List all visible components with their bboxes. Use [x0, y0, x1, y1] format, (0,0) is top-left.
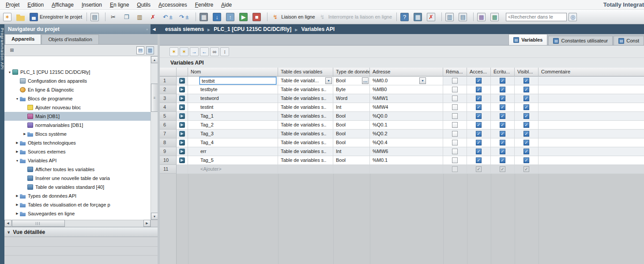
column-header-nom[interactable]: Nom — [188, 68, 278, 77]
navigator-tab[interactable]: Appareils — [5, 34, 41, 44]
type-cell[interactable]: … — [333, 165, 370, 174]
ecritu-checkbox[interactable] — [500, 122, 505, 128]
table-row[interactable]: 2 testbyte Table de variables s..▼ Byte…… — [160, 85, 644, 94]
cut-icon[interactable]: ✂ — [109, 12, 121, 22]
copy-icon[interactable]: ❐ — [122, 12, 134, 22]
breadcrumb-item[interactable]: essais siemens — [165, 26, 214, 32]
go-online-button[interactable]: ↯ Liaison en ligne — [271, 12, 316, 22]
horizontal-scrollbar-thumb[interactable] — [12, 220, 65, 227]
import-icon[interactable]: ← — [200, 47, 209, 56]
save-project-button[interactable]: Enregistrer le projet — [29, 12, 83, 22]
rema-checkbox[interactable] — [452, 149, 458, 154]
type-cell[interactable]: Bool… — [333, 156, 370, 165]
scroll-right-icon[interactable]: ▶ — [143, 220, 151, 227]
tree-filter-icon[interactable]: ⊞ — [8, 46, 16, 54]
acces-checkbox[interactable] — [476, 140, 482, 145]
name-cell[interactable]: testbyte — [188, 85, 278, 94]
menu-item[interactable]: Outils — [133, 1, 154, 9]
address-cell[interactable]: %MW1▼ — [370, 94, 443, 103]
name-cell[interactable]: Tag_4 — [188, 138, 278, 147]
separator[interactable] — [396, 12, 397, 21]
show-all-windows-icon[interactable]: ▩ — [490, 12, 502, 22]
address-cell[interactable]: %Q0.0▼ — [370, 112, 443, 121]
column-header-commentaire[interactable]: Commentaire — [539, 68, 644, 77]
table-cell[interactable]: Table de variables s..▼ — [278, 103, 333, 112]
table-cell[interactable]: Table de variables s..▼ — [278, 121, 333, 130]
search-project-icon[interactable]: ◎ — [568, 12, 577, 22]
tree-horizontal-scrollbar[interactable]: ◀ ▶ — [4, 220, 151, 227]
comment-cell[interactable] — [539, 130, 644, 138]
acces-checkbox[interactable] — [476, 113, 482, 119]
breadcrumb-item[interactable]: PLC_1 [CPU 1215C DC/DC/Rly] — [214, 26, 301, 32]
name-cell[interactable]: Tag_2 — [188, 121, 278, 130]
visibl-checkbox[interactable] — [523, 140, 529, 145]
scroll-down-icon[interactable]: ▼ — [151, 213, 158, 220]
comment-cell[interactable] — [539, 103, 644, 112]
export-icon[interactable]: → — [190, 47, 199, 56]
ecritu-checkbox[interactable] — [500, 140, 505, 145]
name-cell[interactable]: Tag_3 — [188, 130, 278, 138]
table-row[interactable]: 9 err Table de variables s..▼ Int… %MW6▼ — [160, 147, 644, 156]
rema-checkbox[interactable] — [452, 104, 458, 110]
visibl-checkbox[interactable] — [523, 96, 529, 101]
rema-checkbox[interactable] — [452, 131, 458, 137]
delete-icon[interactable]: ✗ — [148, 12, 160, 22]
rema-checkbox[interactable] — [452, 122, 458, 128]
redo-icon[interactable]: ↷ ± — [178, 12, 193, 22]
insert-row-icon[interactable]: ✶ — [169, 47, 178, 56]
menu-item[interactable]: En ligne — [106, 1, 133, 9]
tree-item[interactable]: ▶ Sources externes — [4, 147, 151, 156]
separator[interactable] — [105, 12, 105, 21]
acces-checkbox[interactable] — [476, 122, 482, 128]
name-cell[interactable]: Tag_5 — [188, 156, 278, 165]
rema-checkbox[interactable] — [452, 140, 458, 145]
address-cell[interactable]: %MB0▼ — [370, 85, 443, 94]
comment-cell[interactable] — [539, 121, 644, 130]
acces-checkbox[interactable] — [476, 78, 482, 84]
comment-cell[interactable] — [539, 85, 644, 94]
new-project-icon[interactable]: ✶ — [3, 12, 15, 22]
visibl-checkbox[interactable] — [523, 104, 529, 110]
split-editor-vertical-icon[interactable]: ▥ — [445, 12, 457, 22]
table-cell[interactable]: Table de variables s..▼ — [278, 112, 333, 121]
tree-vertical-scrollbar[interactable]: ▲ ≡ ▼ — [151, 56, 158, 220]
scroll-left-icon[interactable]: ◀ — [4, 220, 11, 227]
separator[interactable] — [441, 12, 442, 21]
menu-item[interactable]: Aide — [217, 1, 236, 9]
column-header-acces[interactable]: Acces... — [467, 68, 491, 77]
tree-item[interactable]: Table de variables standard [40] — [4, 183, 151, 191]
name-cell[interactable]: testword — [188, 94, 278, 103]
collapsed-panel-tab[interactable]: Programmation API — [0, 24, 4, 264]
menu-item[interactable]: Projet — [2, 1, 23, 9]
acces-checkbox[interactable] — [476, 157, 482, 163]
comment-cell[interactable] — [539, 77, 644, 85]
tree-item[interactable]: ▼ PLC_1 [CPU 1215C DC/DC/Rly] — [4, 68, 151, 77]
comment-cell[interactable] — [539, 156, 644, 165]
column-header-ecritu[interactable]: Écritu... — [491, 68, 515, 77]
stop-cpu-icon[interactable]: ■ — [252, 12, 264, 22]
accessible-devices-icon[interactable]: ? — [400, 12, 412, 22]
row-number-cell[interactable]: 9 — [160, 147, 177, 156]
address-cell[interactable]: %MW6▼ — [370, 147, 443, 156]
table-row[interactable]: 5 Tag_1 Table de variables s..▼ Bool… %Q… — [160, 112, 644, 121]
ecritu-checkbox[interactable] — [500, 166, 505, 172]
ecritu-checkbox[interactable] — [500, 131, 505, 137]
detail-view-header[interactable]: ∨ Vue détaillée — [4, 227, 158, 237]
expander-icon[interactable]: ▶ — [15, 212, 20, 215]
table-row[interactable]: 4 testint Table de variables s..▼ Int… %… — [160, 103, 644, 112]
rema-checkbox[interactable] — [452, 78, 458, 84]
rema-checkbox[interactable] — [452, 166, 458, 172]
editor-tab[interactable]: ▤ Variables — [508, 34, 547, 45]
table-row[interactable]: 7 Tag_3 Table de variables s..▼ Bool… %Q… — [160, 130, 644, 138]
row-number-cell[interactable]: 11 — [160, 165, 177, 174]
editor-tab[interactable]: ▤ Constantes utilisateur — [548, 36, 613, 45]
table-cell[interactable]: Table de variables s..▼ — [278, 85, 333, 94]
table-row[interactable]: 3 testword Table de variables s..▼ Word…… — [160, 94, 644, 103]
expander-icon[interactable]: ▶ — [22, 132, 27, 136]
add-row-icon[interactable]: ✶ — [180, 47, 188, 56]
details-view-icon[interactable]: ▥ — [146, 46, 154, 54]
name-cell[interactable]: <Ajouter> — [188, 165, 278, 174]
row-number-cell[interactable]: 10 — [160, 156, 177, 165]
acces-checkbox[interactable] — [476, 104, 482, 110]
minimize-all-windows-icon[interactable]: ▩ — [477, 12, 489, 22]
